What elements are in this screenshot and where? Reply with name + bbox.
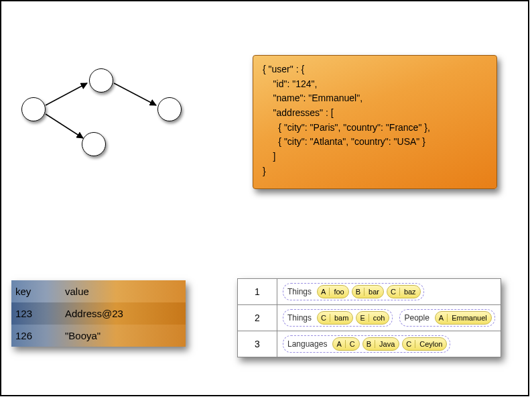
cell-value: coh [369,314,389,322]
column-family-table: 1 Things Afoo Bbar Cbaz 2 Things Cbam Ec… [237,278,501,357]
key-value-table: key value 123 Address@23 126 "Booya" [11,280,186,347]
column-family-group: People AEmmanuel [399,309,494,327]
kv-header-row: key value [11,280,186,302]
kv-cell-value: Address@23 [62,308,186,319]
cell-key: B [363,340,375,348]
cell-pill: Ecoh [356,311,389,325]
cell-key: C [318,314,330,322]
kv-cell-key: 123 [11,308,62,319]
cf-row-cells: Things Cbam Ecoh People AEmmanuel [277,305,501,331]
cell-pill: Cbaz [387,285,421,298]
graph-node [157,97,182,121]
cf-rowkey: 2 [238,305,277,331]
kv-row: 123 Address@23 [11,302,186,325]
cf-row-cells: Languages AC BJava CCeylon [277,331,456,357]
cf-rowkey: 1 [238,279,277,304]
cell-key: E [356,314,369,322]
family-label: Things [286,313,314,323]
kv-header-value: value [62,286,186,297]
cf-row: 2 Things Cbam Ecoh People AEmmanuel [238,304,501,331]
kv-header-key: key [11,286,62,297]
graph-node [21,97,46,121]
cell-key: C [403,340,415,348]
kv-cell-value: "Booya" [62,330,186,341]
graph-diagram [15,68,189,162]
cell-key: A [436,314,448,322]
cf-row-cells: Things Afoo Bbar Cbaz [277,279,429,304]
cell-value: foo [330,288,348,296]
cell-pill: CCeylon [402,337,447,351]
graph-node [82,132,106,156]
cell-key: A [333,340,345,348]
diagram-frame: { "user" : { "id": "124", "name": "Emman… [0,0,529,396]
cf-row: 3 Languages AC BJava CCeylon [238,331,501,357]
cell-key: B [352,288,364,296]
cell-value: Java [375,340,399,348]
cell-value: Emmanuel [448,314,491,322]
svg-line-2 [114,83,156,105]
column-family-group: Languages AC BJava CCeylon [283,335,450,353]
family-label: Languages [286,339,330,349]
graph-node [89,68,113,93]
cell-pill: Afoo [317,285,349,298]
cell-pill: BJava [362,337,400,351]
kv-cell-key: 126 [11,330,62,341]
column-family-group: Things Afoo Bbar Cbaz [283,283,424,300]
svg-line-1 [46,114,83,138]
cell-value: bam [330,314,352,322]
cf-rowkey: 3 [238,331,277,357]
cell-value: C [346,340,359,348]
cell-pill: Bbar [352,285,384,298]
kv-row: 126 "Booya" [11,325,186,347]
cell-key: A [318,288,330,296]
cell-value: Ceylon [415,340,446,348]
json-document-box: { "user" : { "id": "124", "name": "Emman… [253,55,497,189]
column-family-group: Things Cbam Ecoh [283,309,393,327]
cell-key: C [387,288,400,296]
cell-value: bar [364,288,383,296]
family-label: People [403,313,431,323]
cell-value: baz [400,288,420,296]
cell-pill: Cbam [317,311,353,325]
cf-row: 1 Things Afoo Bbar Cbaz [238,279,501,304]
family-label: Things [286,287,314,296]
svg-line-0 [46,83,87,105]
cell-pill: AC [332,337,359,351]
cell-pill: AEmmanuel [435,311,492,325]
